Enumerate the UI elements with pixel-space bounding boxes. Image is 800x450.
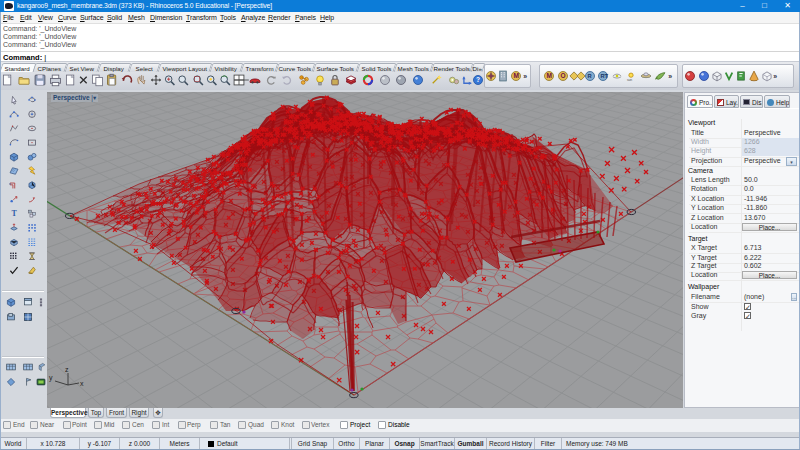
svg-text:O: O bbox=[561, 72, 566, 79]
svg-text:y: y bbox=[49, 374, 53, 382]
svg-text:z: z bbox=[65, 366, 69, 373]
svg-text:»: » bbox=[523, 73, 527, 80]
svg-text:x: x bbox=[80, 380, 84, 387]
svg-text:»: » bbox=[773, 73, 777, 80]
svg-text:M: M bbox=[547, 72, 553, 79]
svg-text:M: M bbox=[514, 72, 520, 79]
svg-text:RT: RT bbox=[600, 73, 608, 79]
svg-text:»: » bbox=[668, 73, 672, 80]
svg-text:sun: sun bbox=[627, 78, 632, 82]
svg-text:T: T bbox=[11, 209, 17, 218]
svg-text:?: ? bbox=[476, 76, 480, 83]
